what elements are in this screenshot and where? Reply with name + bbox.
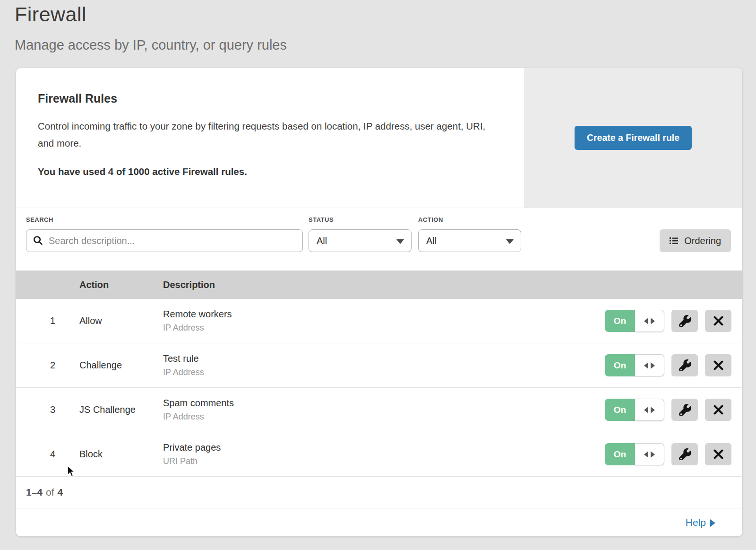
wrench-icon bbox=[679, 448, 691, 460]
rule-toggle: On bbox=[605, 310, 664, 332]
status-select[interactable]: All bbox=[309, 229, 412, 252]
search-filter-group: SEARCH bbox=[26, 216, 303, 252]
search-icon bbox=[33, 236, 43, 245]
filters-bar: SEARCH STATUS All ACTION bbox=[16, 208, 742, 271]
arrow-left-icon bbox=[644, 362, 648, 369]
firewall-page: Firewall Manage access by IP, country, o… bbox=[0, 0, 756, 550]
close-icon bbox=[713, 449, 723, 459]
rule-toggle: On bbox=[605, 443, 664, 465]
edit-rule-button[interactable] bbox=[671, 399, 698, 421]
card-footer: Help bbox=[16, 508, 742, 537]
rules-intro-text: Firewall Rules Control incoming traffic … bbox=[16, 68, 524, 208]
wrench-icon bbox=[679, 359, 691, 371]
ordering-button-label: Ordering bbox=[684, 236, 721, 246]
arrow-right-icon bbox=[710, 519, 715, 527]
toggle-on-button[interactable]: On bbox=[605, 399, 635, 421]
status-select-value: All bbox=[317, 236, 327, 246]
status-filter-group: STATUS All bbox=[309, 216, 412, 252]
rule-description: Spam comments bbox=[163, 398, 605, 409]
edit-rule-button[interactable] bbox=[671, 354, 698, 376]
table-row: 3 JS Challenge Spam comments IP Address … bbox=[16, 388, 742, 432]
page-title: Firewall bbox=[15, 3, 287, 26]
table-header: Action Description bbox=[16, 271, 742, 299]
rule-description-cell: Spam comments IP Address bbox=[163, 398, 605, 422]
arrow-right-icon bbox=[651, 407, 655, 413]
pagination-of: of bbox=[46, 487, 54, 498]
rule-controls: On bbox=[605, 443, 742, 465]
chevron-down-icon bbox=[506, 239, 514, 244]
search-input[interactable] bbox=[26, 229, 303, 252]
pagination-range: 1–4 bbox=[26, 487, 43, 498]
wrench-icon bbox=[679, 404, 691, 416]
arrow-left-icon bbox=[644, 318, 648, 324]
table-row: 2 Challenge Test rule IP Address On bbox=[16, 343, 742, 388]
rule-match-type: IP Address bbox=[163, 412, 605, 422]
toggle-handle[interactable] bbox=[635, 443, 664, 465]
rule-action: Challenge bbox=[79, 360, 163, 371]
arrow-right-icon bbox=[651, 451, 655, 458]
column-action: Action bbox=[79, 279, 163, 290]
chevron-down-icon bbox=[396, 239, 404, 244]
table-row: 4 Block Private pages URI Path On bbox=[16, 432, 742, 477]
action-label: ACTION bbox=[418, 216, 521, 223]
rule-match-type: URI Path bbox=[163, 456, 605, 466]
help-link[interactable]: Help bbox=[686, 517, 706, 528]
rule-priority: 3 bbox=[16, 404, 79, 415]
table-row: 1 Allow Remote workers IP Address On bbox=[16, 299, 742, 343]
create-rule-panel: Create a Firewall rule bbox=[524, 68, 742, 208]
toggle-on-button[interactable]: On bbox=[605, 354, 635, 376]
rule-description: Test rule bbox=[163, 353, 605, 364]
rule-action: JS Challenge bbox=[79, 404, 163, 415]
rules-usage-note: You have used 4 of 1000 active Firewall … bbox=[38, 166, 505, 177]
edit-rule-button[interactable] bbox=[671, 310, 698, 332]
column-description: Description bbox=[163, 279, 742, 290]
rule-action: Block bbox=[79, 449, 163, 460]
arrow-right-icon bbox=[651, 362, 655, 369]
rule-priority: 2 bbox=[16, 360, 79, 371]
action-select-value: All bbox=[426, 236, 437, 246]
close-icon bbox=[713, 360, 723, 370]
create-firewall-rule-button[interactable]: Create a Firewall rule bbox=[575, 126, 692, 150]
rule-description-cell: Test rule IP Address bbox=[163, 353, 605, 377]
rule-description: Remote workers bbox=[163, 309, 605, 320]
page-header: Firewall Manage access by IP, country, o… bbox=[15, 3, 287, 53]
arrow-right-icon bbox=[651, 318, 655, 324]
rule-description-cell: Remote workers IP Address bbox=[163, 309, 605, 333]
toggle-handle[interactable] bbox=[635, 310, 664, 332]
page-subtitle: Manage access by IP, country, or query r… bbox=[15, 37, 287, 53]
delete-rule-button[interactable] bbox=[705, 443, 731, 465]
rule-action: Allow bbox=[79, 315, 163, 326]
rules-intro-section: Firewall Rules Control incoming traffic … bbox=[16, 68, 742, 208]
wrench-icon bbox=[679, 315, 691, 327]
toggle-on-button[interactable]: On bbox=[605, 443, 635, 465]
pagination-total: 4 bbox=[58, 487, 63, 498]
close-icon bbox=[713, 405, 723, 415]
toggle-handle[interactable] bbox=[635, 399, 664, 421]
arrow-left-icon bbox=[644, 451, 648, 458]
delete-rule-button[interactable] bbox=[705, 399, 731, 421]
rules-heading: Firewall Rules bbox=[38, 92, 505, 105]
toggle-on-button[interactable]: On bbox=[605, 310, 635, 332]
ordering-button[interactable]: Ordering bbox=[660, 229, 731, 252]
search-label: SEARCH bbox=[26, 216, 303, 223]
ordered-list-icon bbox=[670, 237, 678, 244]
search-box bbox=[26, 229, 303, 252]
rule-toggle: On bbox=[605, 399, 664, 421]
rule-toggle: On bbox=[605, 354, 664, 376]
rule-priority: 4 bbox=[16, 449, 79, 460]
rule-match-type: IP Address bbox=[163, 367, 605, 377]
rule-description: Private pages bbox=[163, 442, 605, 453]
status-label: STATUS bbox=[309, 216, 412, 223]
edit-rule-button[interactable] bbox=[671, 443, 698, 465]
rule-priority: 1 bbox=[16, 315, 79, 326]
rule-controls: On bbox=[605, 310, 742, 332]
pagination: 1–4 of 4 bbox=[16, 477, 742, 508]
toggle-handle[interactable] bbox=[635, 354, 664, 376]
firewall-rules-card: Firewall Rules Control incoming traffic … bbox=[16, 68, 743, 537]
delete-rule-button[interactable] bbox=[705, 310, 731, 332]
rule-description-cell: Private pages URI Path bbox=[163, 442, 605, 466]
action-select[interactable]: All bbox=[418, 229, 521, 252]
close-icon bbox=[713, 316, 723, 326]
rule-controls: On bbox=[605, 354, 742, 376]
delete-rule-button[interactable] bbox=[705, 354, 731, 376]
